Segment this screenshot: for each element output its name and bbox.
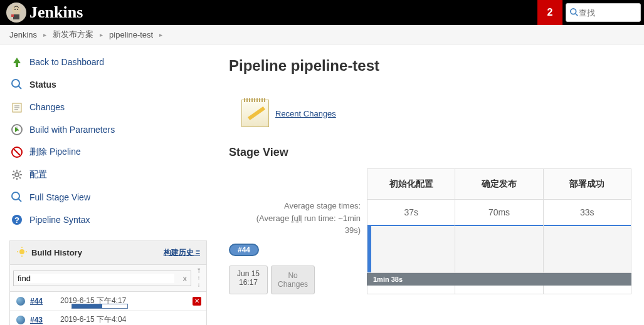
avg-stage-times-label: Average stage times: (Average full run t… — [229, 168, 367, 240]
svg-line-6 — [576, 14, 578, 16]
chevron-right-icon: ▸ — [159, 31, 162, 38]
search-icon — [9, 190, 24, 205]
svg-text:?: ? — [14, 215, 19, 225]
page-title: Pipeline pipeline-test — [229, 57, 631, 75]
scroll-down-icon[interactable]: ↓ — [194, 282, 203, 288]
stage-avg-time: 37s — [367, 200, 455, 226]
nav-configure[interactable]: 配置 — [0, 163, 216, 186]
search-input[interactable] — [579, 8, 629, 18]
svg-rect-3 — [13, 14, 19, 19]
svg-point-16 — [15, 173, 19, 177]
stage-cell[interactable] — [544, 226, 631, 273]
stage-avg-time: 33s — [544, 200, 631, 226]
svg-line-21 — [13, 171, 14, 172]
nav-full-stage-view[interactable]: Full Stage View — [0, 186, 216, 209]
nav-status[interactable]: Status — [0, 73, 216, 96]
stage-cell[interactable] — [367, 226, 455, 273]
sidebar: Back to Dashboard Status Changes Build w… — [0, 44, 216, 325]
nav-build-params[interactable]: Build with Parameters — [0, 118, 216, 141]
breadcrumb-item[interactable]: pipeline-test — [109, 30, 153, 39]
status-ball-icon — [16, 297, 25, 306]
stage-name: 初始化配置 — [367, 169, 455, 200]
svg-rect-4 — [11, 14, 14, 17]
svg-line-23 — [13, 177, 14, 178]
build-history-item[interactable]: #44 2019-6-15 下午4:17 ✕ — [10, 292, 206, 311]
build-history-trend-link[interactable]: 构建历史 = — [164, 247, 200, 258]
nav-pipeline-syntax[interactable]: ? Pipeline Syntax — [0, 209, 216, 231]
stage-column: 确定发布 70ms — [455, 169, 542, 294]
stage-view-table: Average stage times: (Average full run t… — [229, 168, 631, 294]
stage-cell[interactable] — [455, 226, 542, 273]
breadcrumb-item[interactable]: 新发布方案 — [53, 29, 93, 40]
stage-view-title: Stage View — [229, 146, 631, 159]
search-box[interactable] — [566, 3, 641, 22]
nav-back-dashboard[interactable]: Back to Dashboard — [0, 51, 216, 73]
build-history-search-input[interactable] — [18, 274, 174, 283]
build-number-link[interactable]: #44 — [30, 297, 55, 306]
build-date: 2019-6-15 下午4:04 — [60, 314, 126, 325]
build-progress-bar — [71, 304, 128, 309]
clock-play-icon — [9, 122, 24, 137]
breadcrumb-item[interactable]: Jenkins — [9, 30, 37, 39]
scroll-up-icon[interactable]: ↑ — [194, 275, 203, 281]
build-history-title: Build History — [31, 248, 164, 257]
stage-name: 确定发布 — [455, 169, 542, 200]
stage-column: 部署成功 33s — [543, 169, 631, 294]
breadcrumb: Jenkins ▸ 新发布方案 ▸ pipeline-test ▸ — [0, 25, 644, 44]
nav-changes[interactable]: Changes — [0, 96, 216, 118]
stage-column: 初始化配置 37s 1min 38s — [367, 169, 455, 294]
brand-text: Jenkins — [29, 3, 83, 22]
recent-changes-link[interactable]: Recent Changes — [275, 109, 336, 118]
total-time-bar: 1min 38s — [367, 273, 455, 286]
svg-point-1 — [14, 9, 16, 10]
svg-line-8 — [18, 86, 21, 89]
stage-avg-time: 70ms — [455, 200, 542, 226]
svg-line-26 — [18, 199, 21, 202]
svg-line-24 — [19, 171, 21, 172]
search-icon — [9, 77, 24, 92]
recent-changes-block: Recent Changes — [241, 100, 631, 127]
help-icon: ? — [9, 212, 24, 227]
sun-icon — [16, 246, 28, 259]
svg-line-15 — [14, 149, 20, 155]
scroll-top-icon[interactable]: ⤒ — [194, 268, 203, 274]
build-history-panel: Build History 构建历史 = x ⤒ ↑ ↓ #44 2019-6-… — [9, 240, 207, 325]
status-ball-icon — [16, 316, 25, 324]
changes-icon — [9, 100, 24, 115]
svg-point-29 — [19, 249, 24, 254]
svg-point-5 — [571, 9, 576, 14]
build-datetime: Jun 15 16:17 — [229, 266, 268, 294]
chevron-right-icon: ▸ — [43, 31, 46, 38]
no-changes-label: No Changes — [271, 266, 315, 294]
svg-point-2 — [17, 9, 18, 10]
clear-icon[interactable]: x — [183, 274, 187, 283]
top-bar: Jenkins 2 — [0, 0, 644, 25]
notepad-icon — [241, 100, 269, 127]
chevron-right-icon: ▸ — [100, 31, 103, 38]
jenkins-logo-icon — [6, 3, 26, 23]
nav-delete-pipeline[interactable]: 删除 Pipeline — [0, 141, 216, 163]
gear-icon — [9, 167, 24, 182]
search-icon — [570, 8, 579, 17]
stage-name: 部署成功 — [544, 169, 631, 200]
svg-line-22 — [19, 177, 21, 178]
build-history-item[interactable]: #43 2019-6-15 下午4:04 — [10, 311, 206, 325]
build-number-link[interactable]: #43 — [30, 316, 55, 324]
build-history-search[interactable]: x — [13, 271, 191, 286]
delete-icon — [9, 145, 24, 160]
current-build-badge[interactable]: #44 — [229, 244, 259, 256]
cancel-build-icon[interactable]: ✕ — [193, 297, 201, 306]
logo[interactable]: Jenkins — [6, 3, 83, 23]
main-content: Pipeline pipeline-test Recent Changes St… — [216, 44, 644, 325]
up-arrow-icon — [9, 54, 24, 70]
notification-badge[interactable]: 2 — [537, 0, 562, 25]
